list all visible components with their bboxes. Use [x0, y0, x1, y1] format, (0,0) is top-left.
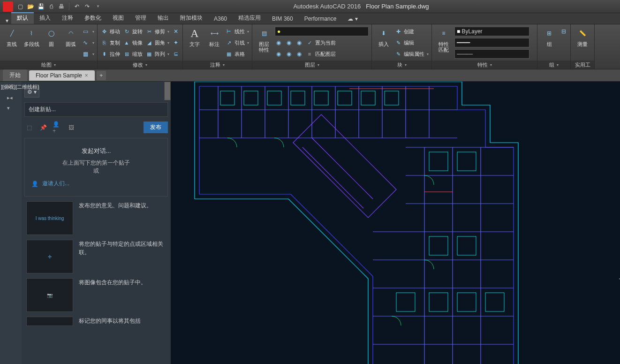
saveas-icon[interactable]: ⎙ [47, 2, 55, 11]
viewport-label[interactable]: ][俯视][二维线框] [1, 83, 39, 91]
edit-block-button[interactable]: ✎编辑 [394, 39, 414, 46]
invite-icon: 👤 [31, 181, 38, 187]
tab-manage[interactable]: 管理 [129, 12, 152, 24]
rect-icon[interactable]: ▭ [82, 28, 89, 35]
group-button[interactable]: ⊞组 [540, 25, 558, 47]
tab-annotate[interactable]: 注释 [56, 12, 79, 24]
match-props-button[interactable]: ≡特性 匹配 [435, 25, 453, 53]
svg-rect-18 [361, 91, 375, 105]
tab-default[interactable]: 默认 [11, 12, 34, 24]
panel-layers-label: 图层 [305, 61, 315, 68]
line-button[interactable]: ╱直线 [3, 25, 21, 47]
invite-people-link[interactable]: 👤 邀请人们... [31, 180, 161, 188]
trim-button[interactable]: ✂修剪▾ [145, 28, 169, 35]
tag-person-icon[interactable]: 👤+ [53, 123, 62, 132]
svg-rect-31 [429, 152, 448, 171]
undo-icon[interactable]: ↶ [73, 2, 81, 11]
post-toolbar: ⬚ 📌 👤+ 🖼 发布 [24, 121, 168, 133]
layer-icon-2[interactable]: ◉ [285, 39, 293, 46]
match-layer-button[interactable]: ≡匹配图层 [306, 50, 336, 58]
stretch-button[interactable]: ⬍拉伸 [100, 50, 120, 58]
fillet-button[interactable]: ◢圆角▾ [145, 39, 169, 46]
layer-icon-4[interactable]: ◉ [275, 50, 282, 58]
title-text: Autodesk AutoCAD 2016 Floor Plan Sample.… [102, 3, 620, 10]
move-button[interactable]: ✥移动 [100, 28, 120, 35]
tab-performance[interactable]: Performance [299, 14, 342, 24]
pin-icon[interactable]: 📌 [38, 123, 48, 132]
layer-props-button[interactable]: ▤图层 特性 [255, 25, 273, 53]
document-tabs: 开始 Floor Plan Sample× + [0, 69, 620, 82]
array-button[interactable]: ▦阵列▾ [145, 50, 169, 58]
lineweight-dropdown[interactable]: ━━━━ [454, 38, 529, 47]
leader-button[interactable]: ↗引线▾ [225, 39, 249, 46]
layer-dropdown[interactable]: ● [275, 27, 369, 36]
edit-attrib-button[interactable]: ✎编辑属性▾ [394, 50, 429, 58]
panel-group-label: 组 [549, 61, 554, 68]
offset-icon[interactable]: ⊆ [172, 50, 180, 58]
layer-icon-6[interactable]: ◉ [295, 50, 303, 58]
copy-button[interactable]: ⎘复制 [100, 39, 120, 46]
drawing-canvas[interactable] [171, 82, 620, 364]
color-dropdown[interactable]: ■ ByLayer [454, 27, 529, 36]
image-icon[interactable]: 🖼 [67, 123, 76, 132]
create-post-input[interactable]: 创建新贴... [24, 102, 168, 117]
panel-properties: ≡特性 匹配 ■ ByLayer ━━━━ ──── 特性▾ [432, 24, 537, 69]
open-icon[interactable]: 📂 [26, 2, 35, 11]
text-button[interactable]: A文字 [186, 25, 204, 47]
pin-panel-icon[interactable]: ▾ [7, 105, 15, 113]
spline-icon[interactable]: ∿ [82, 39, 89, 46]
layer-icon-1[interactable]: ◉ [275, 39, 282, 46]
arc-button[interactable]: ◠圆弧 [62, 25, 80, 47]
tab-featured[interactable]: 精选应用 [233, 12, 266, 24]
empty-state-line2: 或 [31, 167, 161, 175]
redo-icon[interactable]: ↷ [83, 2, 91, 11]
tab-a360[interactable]: A360 [208, 14, 233, 24]
polyline-button[interactable]: ⌇多段线 [23, 25, 40, 47]
hatch-icon[interactable]: ▦ [82, 50, 89, 58]
ungroup-icon[interactable]: ⊟ [560, 28, 567, 35]
tab-parametric[interactable]: 参数化 [79, 12, 107, 24]
scale-button[interactable]: ⊞缩放 [123, 50, 143, 58]
table-button[interactable]: ▦表格 [225, 50, 245, 58]
scrollbar[interactable] [164, 82, 171, 100]
collapse-panel-icon[interactable]: ▸◂ [7, 95, 15, 102]
tab-bim360[interactable]: BIM 360 [266, 14, 299, 24]
qat-dropdown-icon[interactable]: ▼ [94, 2, 102, 11]
tip-card-2: ✛ 将您的贴子与特定的点或区域相关联。 [24, 240, 168, 273]
create-block-button[interactable]: ✚创建 [394, 28, 414, 35]
erase-icon[interactable]: ✕ [172, 28, 180, 35]
tab-addins[interactable]: 附加模块 [174, 12, 208, 24]
linear-button[interactable]: ⊢线性▾ [225, 28, 249, 35]
publish-button[interactable]: 发布 [144, 121, 168, 133]
tab-view[interactable]: 视图 [107, 12, 129, 24]
measure-button[interactable]: 📏测量 [574, 25, 591, 47]
add-tab-button[interactable]: + [97, 71, 106, 80]
dim-button[interactable]: ⟷标注 [205, 25, 223, 47]
svg-rect-32 [457, 152, 476, 171]
insert-block-button[interactable]: ⬇插入 [375, 25, 393, 47]
close-tab-icon[interactable]: × [85, 72, 88, 79]
svg-rect-35 [396, 293, 415, 311]
tab-floorplan[interactable]: Floor Plan Sample× [29, 70, 95, 81]
svg-rect-17 [338, 91, 352, 105]
save-icon[interactable]: 💾 [37, 2, 45, 11]
make-current-button[interactable]: ✓置为当前 [306, 39, 336, 46]
tab-insert[interactable]: 插入 [34, 12, 56, 24]
mirror-button[interactable]: ▲镜像 [123, 39, 143, 46]
tab-overflow-icon[interactable]: ☁ ▾ [342, 14, 363, 24]
app-icon[interactable] [3, 1, 13, 12]
layer-icon-3[interactable]: ◉ [295, 39, 303, 46]
select-area-icon[interactable]: ⬚ [24, 123, 34, 132]
new-icon[interactable]: ▢ [16, 2, 24, 11]
linetype-dropdown[interactable]: ──── [454, 49, 529, 59]
tip-card-4: 标记您的同事以将其包括 [24, 317, 168, 326]
rotate-button[interactable]: ↻旋转 [123, 28, 143, 35]
print-icon[interactable]: 🖶 [57, 2, 66, 11]
explode-icon[interactable]: ✦ [172, 39, 180, 46]
layer-icon-5[interactable]: ◉ [285, 50, 293, 58]
tip-thumb-1: I was thinking [26, 201, 73, 235]
tab-start[interactable]: 开始 [3, 69, 27, 81]
circle-button[interactable]: ◯圆 [42, 25, 60, 47]
tab-output[interactable]: 输出 [152, 12, 174, 24]
ribbon-menu-icon[interactable]: ▾ [3, 17, 11, 24]
